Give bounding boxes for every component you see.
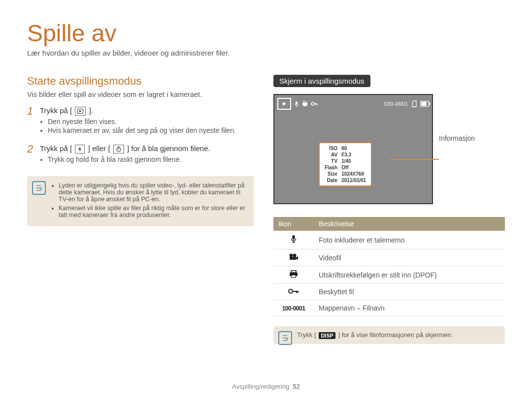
th-icon: Ikon — [273, 217, 314, 231]
svg-rect-9 — [303, 105, 306, 106]
step-1-text: Trykk på [ ]. — [40, 106, 254, 116]
info-val: 1/45 — [339, 158, 368, 164]
svg-rect-19 — [291, 271, 296, 273]
mic-icon — [290, 235, 297, 244]
table-row: Foto inkluderer et talememo — [273, 231, 505, 249]
info-key: TV — [323, 158, 339, 164]
camera-screen: 100-0001 ISO80 AVF3.3 TV1/45 Flas — [273, 94, 433, 204]
folder-file-label: 100-0001 — [282, 305, 305, 312]
screen-topbar: 100-0001 — [277, 98, 429, 110]
key-icon — [311, 101, 318, 106]
step-number: 2 — [27, 143, 40, 169]
table-row: 100-0001 Mappenavn – Filnavn — [273, 300, 505, 316]
info-val: F3.3 — [339, 152, 368, 158]
columns: Starte avspillingsmodus Vis bilder eller… — [27, 75, 505, 344]
page-title: Spille av — [27, 20, 505, 47]
printer-icon — [302, 101, 308, 107]
play-icon — [75, 107, 86, 116]
icon-desc: Beskyttet fil — [314, 284, 505, 300]
text: ] eller [ — [88, 144, 110, 153]
key-icon — [288, 288, 299, 294]
disp-badge: DISP — [319, 332, 335, 339]
flash-icon — [75, 145, 85, 154]
section-lead: Vis bilder eller spill av videoer som er… — [27, 91, 254, 98]
svg-rect-8 — [303, 101, 306, 103]
bullet: Hvis kameraet er av, slår det seg på og … — [48, 126, 254, 134]
text: ] for å vise filinformasjonen på skjerme… — [338, 331, 453, 339]
manual-page: Spille av Lær hvordan du spiller av bild… — [0, 0, 532, 401]
step-2-bullets: Trykk og hold for å bla raskt gjennom fi… — [40, 155, 254, 163]
table-row: Utskriftsrekkefølgen er stilt inn (DPOF) — [273, 266, 505, 284]
bullet: Trykk og hold for å bla raskt gjennom fi… — [48, 155, 254, 163]
note-box-disp: Trykk [ DISP ] for å vise filinformasjon… — [273, 326, 505, 344]
note-item: Kameraet vil ikke spille av filer på rik… — [59, 205, 247, 218]
section-heading: Starte avspillingsmodus — [27, 75, 254, 88]
svg-rect-14 — [293, 235, 295, 240]
text: ]. — [89, 106, 93, 115]
info-val: Off — [339, 164, 368, 171]
page-footer: Avspilling/redigering 52 — [0, 383, 532, 390]
bullet: Den nyeste filen vises. — [48, 118, 254, 125]
note-box: Lyden er utilgjengelig hvis du spiller v… — [27, 176, 254, 226]
step-1: 1 Trykk på [ ]. Den nyeste filen — [27, 105, 254, 140]
page-subtitle: Lær hvordan du spiller av bilder, videoe… — [27, 49, 505, 57]
info-val: 80 — [339, 145, 368, 152]
svg-rect-6 — [296, 101, 298, 104]
svg-marker-5 — [283, 102, 286, 106]
topbar-right: 100-0001 — [384, 100, 430, 107]
right-column: Skjerm i avspillingsmodus — [273, 75, 505, 344]
battery-icon — [420, 101, 429, 107]
info-highlight: ISO80 AVF3.3 TV1/45 FlashOff Size1024X76… — [319, 142, 372, 186]
play-icon — [277, 98, 291, 110]
info-val: 2011/01/01 — [339, 177, 368, 184]
topbar-left — [277, 98, 318, 110]
info-val: 1024X768 — [339, 171, 368, 177]
icon-desc: Videofil — [314, 249, 505, 266]
timer-icon — [113, 145, 124, 154]
printer-icon — [289, 270, 298, 278]
step-1-bullets: Den nyeste filen vises. Hvis kameraet er… — [40, 118, 254, 134]
text: Trykk [ — [297, 331, 316, 339]
svg-rect-21 — [292, 275, 296, 278]
left-column: Starte avspillingsmodus Vis bilder eller… — [27, 75, 254, 344]
info-key: ISO — [323, 145, 339, 152]
mic-icon — [294, 101, 299, 107]
footer-section: Avspilling/redigering — [232, 383, 289, 390]
svg-rect-17 — [290, 257, 296, 260]
text: Trykk på [ — [40, 144, 72, 153]
info-key: Flash — [323, 164, 339, 171]
icon-desc: Mappenavn – Filnavn — [314, 300, 505, 316]
table-row: Beskyttet fil — [273, 284, 505, 300]
svg-point-22 — [289, 289, 293, 293]
svg-marker-1 — [79, 110, 82, 113]
screen-label: Skjerm i avspillingsmodus — [273, 75, 370, 87]
step-2-text: Trykk på [ ] eller [ ] for å — [40, 144, 254, 154]
memory-card-icon — [411, 100, 417, 107]
info-key: AV — [323, 152, 339, 158]
callout-label: Informasjon — [439, 94, 475, 142]
text: ] for å bla gjennom filene. — [127, 144, 210, 153]
icon-table: Ikon Beskrivelse Foto inkluderer et tale… — [273, 217, 505, 316]
info-key: Size — [323, 171, 339, 177]
note-icon — [32, 181, 46, 195]
folder-file-number: 100-0001 — [384, 101, 409, 107]
note-icon — [278, 331, 292, 345]
callout-line — [390, 159, 439, 160]
svg-marker-18 — [296, 256, 298, 260]
svg-point-16 — [293, 254, 297, 257]
video-camera-icon — [289, 253, 299, 260]
icon-desc: Utskriftsrekkefølgen er stilt inn (DPOF) — [314, 266, 505, 284]
screen-illustration-wrap: 100-0001 ISO80 AVF3.3 TV1/45 Flas — [273, 94, 505, 204]
text: Trykk på [ — [40, 106, 72, 115]
page-number: 52 — [293, 383, 299, 390]
th-desc: Beskrivelse — [314, 217, 505, 231]
info-key: Date — [323, 177, 339, 184]
icon-desc: Foto inkluderer et talememo — [314, 231, 505, 249]
svg-point-10 — [311, 102, 314, 105]
step-number: 1 — [27, 105, 40, 140]
step-2: 2 Trykk på [ ] eller [ — [27, 143, 254, 169]
svg-point-15 — [290, 254, 293, 257]
note-text: Trykk [ DISP ] for å vise filinformasjon… — [297, 331, 498, 339]
note-item: Lyden er utilgjengelig hvis du spiller v… — [59, 182, 247, 203]
table-row: Videofil — [273, 249, 505, 266]
